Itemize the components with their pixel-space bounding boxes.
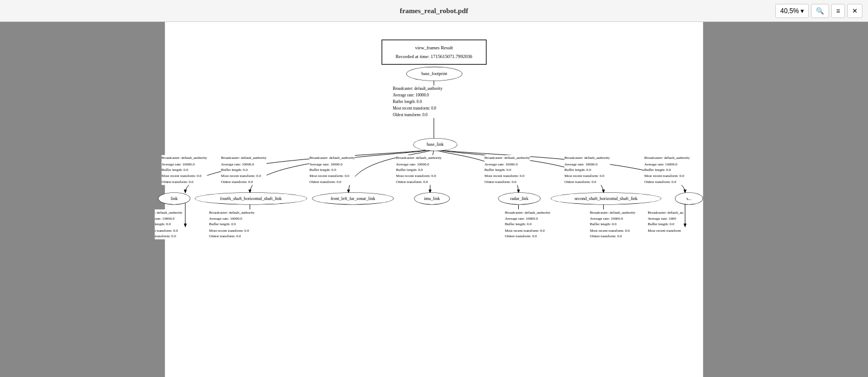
radar-link-label: radar_link: [510, 196, 529, 201]
search-button[interactable]: 🔍: [811, 4, 829, 18]
radar-link-node: radar_link: [498, 192, 541, 204]
pdf-area: view_frames Result Recorded at time: 171…: [0, 22, 868, 377]
radar-link-info-bottom: Broadcaster: default_authority Average r…: [505, 209, 551, 239]
imu-link-label: imu_link: [424, 196, 440, 201]
chevron-down-icon: ▾: [801, 7, 804, 15]
base-footprint-label: base_footprint: [422, 71, 447, 77]
info-box: view_frames Result Recorded at time: 171…: [382, 39, 487, 65]
pdf-page: view_frames Result Recorded at time: 171…: [165, 22, 703, 377]
menu-button[interactable]: ≡: [831, 4, 845, 18]
node-link-info-top: Broadcaster: default_authority Average r…: [162, 155, 207, 185]
imu-link-info-top: Broadcaster: default_authority Average r…: [396, 155, 441, 185]
link-info-bottom: : default_authority rate: 10000.0 length…: [155, 209, 183, 239]
second-shaft-info-bottom: Broadcaster: default_authority Average r…: [590, 209, 636, 239]
info-timestamp: Recorded at time: 1715615071.7992036: [396, 52, 473, 61]
close-icon: ✕: [852, 7, 858, 15]
s-link-node: s...: [675, 192, 703, 204]
link-label: link: [171, 196, 178, 201]
second-shaft-node: second_shaft_horizontal_shaft_link: [551, 192, 661, 204]
front-left-sonar-label: front_left_far_sonar_link: [331, 196, 375, 201]
base-link-node: base_link: [413, 138, 457, 151]
menu-icon: ≡: [836, 7, 840, 15]
imu-link-node: imu_link: [414, 192, 450, 204]
base-link-label: base_link: [427, 142, 444, 147]
fourth-shaft-node: fourth_shaft_horizontal_shaft_link: [195, 192, 307, 204]
base-footprint-node: base_footprint: [406, 67, 462, 81]
s-link-info-bottom: Broadcaster: default_au Average rate: 10…: [648, 209, 683, 233]
s-link-label: s...: [687, 196, 691, 201]
fourth-shaft-label: fourth_shaft_horizontal_shaft_link: [220, 196, 281, 201]
base-footprint-info: Broadcaster: default_authority Average r…: [393, 85, 442, 118]
s-link-info-top: Broadcaster: default_authority Average r…: [644, 155, 690, 185]
fourth-shaft-info-bottom: Broadcaster: default_authority Average r…: [209, 209, 254, 239]
second-shaft-info-top: Broadcaster: default_authority Average r…: [564, 155, 610, 185]
toolbar-controls: 40,5% ▾ 🔍 ≡ ✕: [775, 4, 863, 18]
link-node: link: [158, 192, 190, 204]
zoom-value: 40,5%: [780, 7, 799, 15]
document-title: frames_real_robot.pdf: [400, 7, 468, 15]
front-left-sonar-node: front_left_far_sonar_link: [312, 192, 394, 204]
second-shaft-label: second_shaft_horizontal_shaft_link: [575, 196, 638, 201]
search-icon: 🔍: [816, 7, 824, 15]
close-button[interactable]: ✕: [847, 4, 863, 18]
fourth-shaft-info-top: Broadcaster: default_authority Average r…: [221, 155, 266, 185]
zoom-control[interactable]: 40,5% ▾: [775, 4, 809, 18]
radar-link-info-top: Broadcaster: default_authority Average r…: [485, 155, 530, 185]
front-left-sonar-info-top: Broadcaster: default_authority Average r…: [309, 155, 355, 185]
info-title: view_frames Result: [396, 44, 473, 53]
toolbar: frames_real_robot.pdf 40,5% ▾ 🔍 ≡ ✕: [0, 0, 868, 22]
